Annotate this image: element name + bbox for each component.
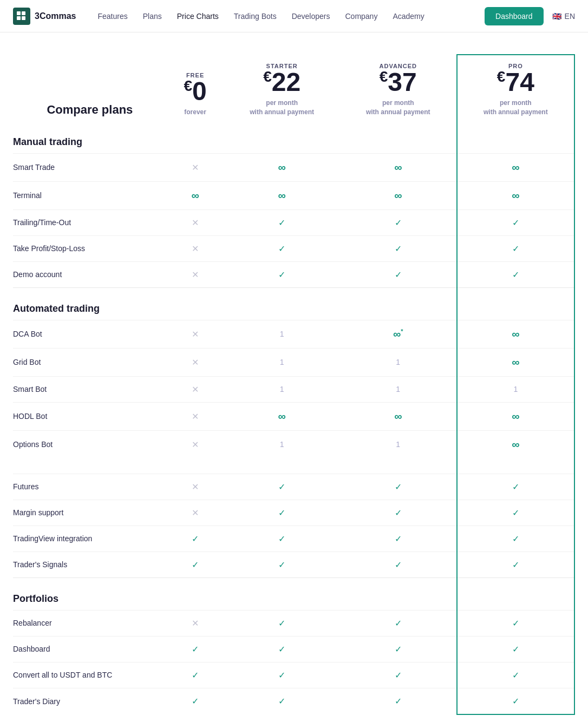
- nav-price-charts[interactable]: Price Charts: [177, 12, 219, 21]
- pro-cell: ✓: [457, 235, 574, 261]
- cross-icon: ✕: [192, 412, 199, 421]
- check-icon: ✓: [278, 697, 285, 706]
- cell-value: ✓: [167, 688, 224, 714]
- check-icon: ✓: [192, 560, 199, 569]
- nav-plans[interactable]: Plans: [143, 12, 162, 21]
- plan-sub-pro: per month with annual payment: [466, 99, 565, 117]
- cell-value: ✓: [167, 526, 224, 552]
- check-icon: ✓: [512, 244, 519, 253]
- infinity-icon: ∞: [512, 438, 519, 450]
- feature-name: Trader's Diary: [13, 688, 167, 714]
- compare-table: Compare plans FREE €0 forever STARTER €2…: [13, 54, 575, 715]
- language-selector[interactable]: 🇬🇧 EN: [552, 12, 575, 21]
- cell-value: ✓: [340, 662, 457, 688]
- check-icon: ✓: [512, 508, 519, 517]
- table-row: DCA Bot ✕ 1 ∞* ∞: [13, 320, 574, 348]
- pro-cell: ✓: [457, 474, 574, 500]
- cell-value: 1: [224, 320, 339, 348]
- plan-price-starter: €22: [232, 69, 331, 95]
- infinity-icon: ∞: [394, 410, 402, 422]
- dashboard-button[interactable]: Dashboard: [485, 7, 544, 25]
- check-icon: ✓: [192, 671, 199, 680]
- number-value: 1: [280, 330, 284, 338]
- pro-cell: ✓: [457, 261, 574, 287]
- logo[interactable]: 3Commas: [13, 8, 76, 25]
- logo-icon: [13, 8, 30, 25]
- number-value: 1: [280, 358, 284, 366]
- cell-value: 1: [224, 430, 339, 458]
- infinity-icon: ∞: [278, 410, 286, 422]
- cell-value: ✓: [167, 662, 224, 688]
- check-icon: ✓: [278, 508, 285, 517]
- cell-value: ✕: [167, 500, 224, 526]
- cell-value: ✓: [340, 688, 457, 714]
- feature-name: Convert all to USDT and BTC: [13, 662, 167, 688]
- logo-text: 3Commas: [35, 11, 76, 21]
- nav-company[interactable]: Company: [345, 12, 377, 21]
- cell-value: ✓: [224, 209, 339, 235]
- section-title: Manual trading: [13, 121, 167, 154]
- check-icon: ✓: [278, 482, 285, 491]
- cell-value: ∞: [340, 402, 457, 430]
- cross-icon: ✕: [192, 440, 199, 449]
- cell-value: ✓: [224, 552, 339, 577]
- cross-icon: ✕: [192, 218, 199, 227]
- feature-name: Dashboard: [13, 636, 167, 662]
- cell-value: 1: [224, 348, 339, 376]
- feature-name: Terminal: [13, 181, 167, 209]
- table-row: Take Profit/Stop-Loss ✕ ✓ ✓ ✓: [13, 235, 574, 261]
- number-value: 1: [396, 385, 400, 393]
- pro-cell: ✓: [457, 552, 574, 577]
- check-icon: ✓: [512, 270, 519, 279]
- cell-value: ∞: [224, 402, 339, 430]
- pro-cell: ✓: [457, 688, 574, 714]
- cell-value: ✓: [224, 526, 339, 552]
- cross-icon: ✕: [192, 358, 199, 367]
- cell-value: ✓: [224, 688, 339, 714]
- check-icon: ✓: [278, 534, 285, 543]
- table-row: Trailing/Time-Out ✕ ✓ ✓ ✓: [13, 209, 574, 235]
- table-row: HODL Bot ✕ ∞ ∞ ∞: [13, 402, 574, 430]
- feature-name: DCA Bot: [13, 320, 167, 348]
- navigation: 3Commas Features Plans Price Charts Trad…: [0, 0, 588, 32]
- feature-name: Rebalancer: [13, 610, 167, 636]
- cell-value: ✕: [167, 610, 224, 636]
- currency-advanced: €: [380, 68, 388, 85]
- svg-rect-1: [22, 11, 25, 15]
- cell-value: ✓: [340, 500, 457, 526]
- check-icon: ✓: [278, 619, 285, 628]
- pro-cell: ∞: [457, 402, 574, 430]
- check-icon: ✓: [395, 270, 402, 279]
- pro-cell: ✓: [457, 526, 574, 552]
- cross-icon: ✕: [192, 163, 199, 172]
- pro-cell: ✓: [457, 662, 574, 688]
- pro-cell: ✓: [457, 500, 574, 526]
- cell-value: ✓: [340, 552, 457, 577]
- cell-value: ✓: [340, 261, 457, 287]
- cross-icon: ✕: [192, 330, 199, 339]
- check-icon: ✓: [395, 619, 402, 628]
- number-value: 1: [513, 385, 518, 393]
- cell-value: ✓: [224, 235, 339, 261]
- cell-value: ✓: [340, 636, 457, 662]
- cell-value: ✕: [167, 235, 224, 261]
- cross-icon: ✕: [192, 385, 199, 394]
- check-icon: ✓: [192, 534, 199, 543]
- nav-trading-bots[interactable]: Trading Bots: [234, 12, 277, 21]
- feature-name: Smart Trade: [13, 153, 167, 181]
- infinity-icon: ∞: [394, 161, 402, 173]
- cell-value: ✕: [167, 376, 224, 402]
- pro-cell: ∞: [457, 430, 574, 458]
- cell-value: ✓: [224, 500, 339, 526]
- nav-features[interactable]: Features: [97, 12, 127, 21]
- nav-developers[interactable]: Developers: [292, 12, 330, 21]
- nav-academy[interactable]: Academy: [393, 12, 424, 21]
- check-icon: ✓: [395, 218, 402, 227]
- check-icon: ✓: [192, 645, 199, 654]
- cell-value: 1: [340, 430, 457, 458]
- plan-header-starter: STARTER €22 per month with annual paymen…: [224, 55, 339, 121]
- pro-cell: ✓: [457, 209, 574, 235]
- cross-icon: ✕: [192, 508, 199, 517]
- plan-sub-free: forever: [175, 108, 215, 117]
- table-row: Smart Bot ✕ 1 1 1: [13, 376, 574, 402]
